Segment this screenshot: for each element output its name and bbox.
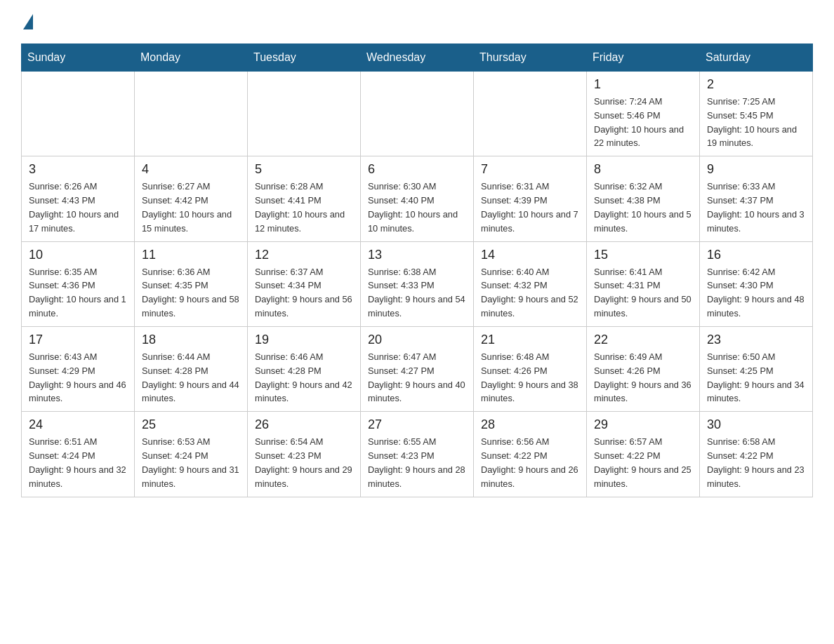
day-info: Sunrise: 6:57 AMSunset: 4:22 PMDaylight:… (594, 435, 692, 490)
calendar-cell (135, 72, 248, 156)
calendar-cell: 22Sunrise: 6:49 AMSunset: 4:26 PMDayligh… (587, 326, 700, 411)
weekday-header-wednesday: Wednesday (361, 44, 474, 72)
day-number: 30 (707, 417, 805, 432)
day-number: 10 (29, 248, 127, 262)
day-info: Sunrise: 6:56 AMSunset: 4:22 PMDaylight:… (481, 435, 579, 490)
calendar-cell: 19Sunrise: 6:46 AMSunset: 4:28 PMDayligh… (248, 326, 361, 411)
logo-triangle-icon (23, 14, 33, 29)
day-number: 22 (594, 333, 692, 347)
day-number: 18 (142, 333, 240, 347)
calendar-cell (361, 72, 474, 156)
calendar-cell: 11Sunrise: 6:36 AMSunset: 4:35 PMDayligh… (135, 241, 248, 326)
calendar-cell: 30Sunrise: 6:58 AMSunset: 4:22 PMDayligh… (700, 412, 813, 497)
calendar-cell: 9Sunrise: 6:33 AMSunset: 4:37 PMDaylight… (700, 156, 813, 241)
calendar-cell: 18Sunrise: 6:44 AMSunset: 4:28 PMDayligh… (135, 326, 248, 411)
day-info: Sunrise: 6:41 AMSunset: 4:31 PMDaylight:… (594, 265, 692, 321)
day-info: Sunrise: 6:33 AMSunset: 4:37 PMDaylight:… (707, 180, 805, 235)
calendar-cell: 29Sunrise: 6:57 AMSunset: 4:22 PMDayligh… (587, 412, 700, 497)
calendar-cell: 2Sunrise: 7:25 AMSunset: 5:45 PMDaylight… (700, 72, 813, 156)
weekday-header-saturday: Saturday (700, 44, 813, 72)
day-info: Sunrise: 6:30 AMSunset: 4:40 PMDaylight:… (368, 180, 466, 235)
calendar-cell: 20Sunrise: 6:47 AMSunset: 4:27 PMDayligh… (361, 326, 474, 411)
day-info: Sunrise: 6:36 AMSunset: 4:35 PMDaylight:… (142, 265, 240, 321)
day-number: 15 (594, 248, 692, 262)
weekday-header-tuesday: Tuesday (248, 44, 361, 72)
calendar-table: SundayMondayTuesdayWednesdayThursdayFrid… (21, 43, 813, 497)
day-number: 25 (142, 417, 240, 432)
day-info: Sunrise: 6:44 AMSunset: 4:28 PMDaylight:… (142, 350, 240, 405)
day-info: Sunrise: 6:35 AMSunset: 4:36 PMDaylight:… (29, 265, 127, 321)
weekday-header-monday: Monday (135, 44, 248, 72)
calendar-cell: 10Sunrise: 6:35 AMSunset: 4:36 PMDayligh… (22, 241, 135, 326)
calendar-cell: 28Sunrise: 6:56 AMSunset: 4:22 PMDayligh… (474, 412, 587, 497)
calendar-cell (474, 72, 587, 156)
day-info: Sunrise: 6:48 AMSunset: 4:26 PMDaylight:… (481, 350, 579, 405)
day-number: 1 (594, 77, 692, 92)
day-info: Sunrise: 6:54 AMSunset: 4:23 PMDaylight:… (255, 435, 353, 490)
calendar-cell: 6Sunrise: 6:30 AMSunset: 4:40 PMDaylight… (361, 156, 474, 241)
day-number: 17 (29, 333, 127, 347)
calendar-cell: 7Sunrise: 6:31 AMSunset: 4:39 PMDaylight… (474, 156, 587, 241)
day-number: 28 (481, 417, 579, 432)
calendar-cell: 26Sunrise: 6:54 AMSunset: 4:23 PMDayligh… (248, 412, 361, 497)
calendar-week-3: 10Sunrise: 6:35 AMSunset: 4:36 PMDayligh… (22, 241, 813, 326)
day-info: Sunrise: 6:58 AMSunset: 4:22 PMDaylight:… (707, 435, 805, 490)
calendar-cell: 23Sunrise: 6:50 AMSunset: 4:25 PMDayligh… (700, 326, 813, 411)
day-info: Sunrise: 6:53 AMSunset: 4:24 PMDaylight:… (142, 435, 240, 490)
day-number: 11 (142, 248, 240, 262)
day-number: 16 (707, 248, 805, 262)
calendar-cell: 15Sunrise: 6:41 AMSunset: 4:31 PMDayligh… (587, 241, 700, 326)
day-info: Sunrise: 6:38 AMSunset: 4:33 PMDaylight:… (368, 265, 466, 321)
calendar-cell: 17Sunrise: 6:43 AMSunset: 4:29 PMDayligh… (22, 326, 135, 411)
weekday-header-thursday: Thursday (474, 44, 587, 72)
day-info: Sunrise: 7:25 AMSunset: 5:45 PMDaylight:… (707, 95, 805, 150)
day-number: 13 (368, 248, 466, 262)
calendar-cell: 12Sunrise: 6:37 AMSunset: 4:34 PMDayligh… (248, 241, 361, 326)
calendar-cell: 14Sunrise: 6:40 AMSunset: 4:32 PMDayligh… (474, 241, 587, 326)
weekday-header-sunday: Sunday (22, 44, 135, 72)
day-number: 5 (255, 162, 353, 177)
weekday-header-friday: Friday (587, 44, 700, 72)
day-info: Sunrise: 6:51 AMSunset: 4:24 PMDaylight:… (29, 435, 127, 490)
day-number: 2 (707, 77, 805, 92)
calendar-week-1: 1Sunrise: 7:24 AMSunset: 5:46 PMDaylight… (22, 72, 813, 156)
day-info: Sunrise: 6:46 AMSunset: 4:28 PMDaylight:… (255, 350, 353, 405)
calendar-cell: 13Sunrise: 6:38 AMSunset: 4:33 PMDayligh… (361, 241, 474, 326)
day-info: Sunrise: 6:43 AMSunset: 4:29 PMDaylight:… (29, 350, 127, 405)
logo (21, 14, 33, 31)
calendar-week-5: 24Sunrise: 6:51 AMSunset: 4:24 PMDayligh… (22, 412, 813, 497)
day-info: Sunrise: 6:40 AMSunset: 4:32 PMDaylight:… (481, 265, 579, 321)
day-number: 14 (481, 248, 579, 262)
day-info: Sunrise: 6:31 AMSunset: 4:39 PMDaylight:… (481, 180, 579, 235)
calendar-cell: 16Sunrise: 6:42 AMSunset: 4:30 PMDayligh… (700, 241, 813, 326)
calendar-cell: 27Sunrise: 6:55 AMSunset: 4:23 PMDayligh… (361, 412, 474, 497)
weekday-header-row: SundayMondayTuesdayWednesdayThursdayFrid… (22, 44, 813, 72)
calendar-week-4: 17Sunrise: 6:43 AMSunset: 4:29 PMDayligh… (22, 326, 813, 411)
page-header (21, 14, 813, 31)
calendar-cell: 4Sunrise: 6:27 AMSunset: 4:42 PMDaylight… (135, 156, 248, 241)
day-number: 7 (481, 162, 579, 177)
day-number: 8 (594, 162, 692, 177)
day-number: 21 (481, 333, 579, 347)
day-info: Sunrise: 6:28 AMSunset: 4:41 PMDaylight:… (255, 180, 353, 235)
day-info: Sunrise: 6:55 AMSunset: 4:23 PMDaylight:… (368, 435, 466, 490)
day-number: 6 (368, 162, 466, 177)
day-number: 29 (594, 417, 692, 432)
day-info: Sunrise: 6:32 AMSunset: 4:38 PMDaylight:… (594, 180, 692, 235)
day-number: 4 (142, 162, 240, 177)
day-number: 3 (29, 162, 127, 177)
calendar-week-2: 3Sunrise: 6:26 AMSunset: 4:43 PMDaylight… (22, 156, 813, 241)
calendar-cell: 8Sunrise: 6:32 AMSunset: 4:38 PMDaylight… (587, 156, 700, 241)
calendar-cell: 1Sunrise: 7:24 AMSunset: 5:46 PMDaylight… (587, 72, 700, 156)
day-number: 26 (255, 417, 353, 432)
day-info: Sunrise: 6:27 AMSunset: 4:42 PMDaylight:… (142, 180, 240, 235)
day-info: Sunrise: 7:24 AMSunset: 5:46 PMDaylight:… (594, 95, 692, 150)
day-info: Sunrise: 6:26 AMSunset: 4:43 PMDaylight:… (29, 180, 127, 235)
day-info: Sunrise: 6:49 AMSunset: 4:26 PMDaylight:… (594, 350, 692, 405)
day-info: Sunrise: 6:50 AMSunset: 4:25 PMDaylight:… (707, 350, 805, 405)
day-number: 12 (255, 248, 353, 262)
calendar-cell (22, 72, 135, 156)
day-number: 9 (707, 162, 805, 177)
calendar-cell: 21Sunrise: 6:48 AMSunset: 4:26 PMDayligh… (474, 326, 587, 411)
calendar-cell: 25Sunrise: 6:53 AMSunset: 4:24 PMDayligh… (135, 412, 248, 497)
